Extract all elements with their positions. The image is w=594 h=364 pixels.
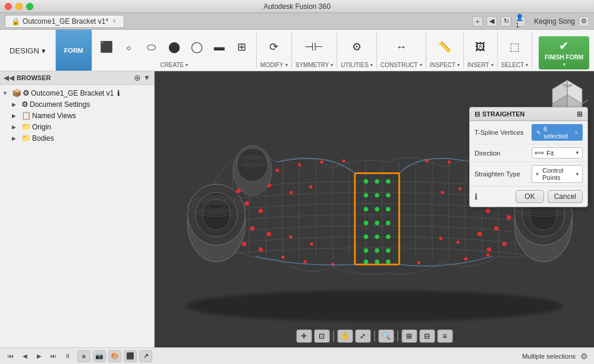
pause-button[interactable]: ⏸ [63, 352, 73, 361]
create-torus-button[interactable]: ◯ [186, 36, 208, 58]
vertices-selected-badge[interactable]: ↖ 6 selected × [532, 124, 583, 141]
model-icon[interactable]: ⬛ [124, 350, 137, 362]
vp-divider-1 [333, 331, 334, 341]
select-button[interactable]: ⬚ [504, 36, 526, 58]
add-tab-button[interactable]: + [472, 16, 483, 27]
svg-point-41 [417, 261, 420, 265]
grid-button[interactable]: ⊟ [419, 330, 435, 343]
tree-expand-root[interactable]: ▼ [2, 90, 11, 96]
play-button[interactable]: ▶ [34, 352, 44, 361]
export-icon[interactable]: ↗ [139, 350, 152, 362]
symmetry-dropdown-button[interactable]: SYMMETRY ▾ [296, 62, 334, 69]
create-dropdown-button[interactable]: CREATE ▾ [160, 62, 188, 69]
straighten-header: ⊟ STRAIGHTEN ⊞ [470, 107, 587, 121]
vertices-clear-button[interactable]: × [574, 129, 578, 136]
view-settings-button[interactable]: ≡ [437, 330, 452, 343]
sphere-icon: ⬤ [168, 42, 180, 52]
form-tab[interactable]: FORM [56, 30, 92, 71]
construct-button[interactable]: ↔ [391, 36, 412, 58]
browser-tree: ▼ 📦 ⚙ Outcome1_GE Bracket v1 ℹ ▶ ⚙ Docum… [0, 85, 154, 347]
account-button[interactable]: 👤 1 [515, 16, 526, 27]
info-button[interactable]: ℹ [474, 192, 477, 201]
tree-item-named-views[interactable]: ▶ 📋 Named Views [0, 110, 154, 121]
vp-divider-3 [397, 331, 398, 341]
display-mode-button[interactable]: ⊞ [401, 330, 417, 343]
browser-more-button[interactable]: ▼ [143, 74, 150, 82]
viewport-settings-icon[interactable]: ⚙ [580, 352, 588, 361]
tree-expand-doc[interactable]: ▶ [12, 102, 20, 107]
back-button[interactable]: ◀ [486, 16, 497, 27]
create-icons: ⬛ ⬦ ⬭ ⬤ ◯ ▬ ⊞ [96, 32, 253, 62]
cancel-button[interactable]: Cancel [548, 190, 583, 203]
ok-button[interactable]: OK [516, 190, 543, 203]
construct-dropdown-button[interactable]: CONSTRUCT ▾ [381, 62, 422, 69]
symmetry-button[interactable]: ⊣⊢ [303, 36, 325, 58]
step-forward-button[interactable]: ⏭ [49, 352, 58, 361]
footer-buttons: OK Cancel [516, 190, 583, 203]
orbit-button[interactable]: ✛ [296, 330, 312, 343]
close-button[interactable] [5, 3, 12, 10]
render-icon[interactable]: 🎨 [108, 350, 121, 362]
symmetry-icon: ⊣⊢ [304, 42, 323, 52]
straighten-panel: ⊟ STRAIGHTEN ⊞ T-Spline Vertices ↖ 6 sel… [469, 107, 588, 207]
insert-button[interactable]: 🖼 [470, 36, 491, 58]
svg-point-13 [259, 208, 263, 213]
svg-point-45 [441, 191, 444, 194]
create-cylinder-button[interactable]: ⬭ [141, 36, 162, 58]
zoom-button[interactable]: 🔍 [378, 330, 394, 343]
straighten-collapse-icon[interactable]: ⊟ [474, 110, 480, 118]
step-back-button[interactable]: ◀ [20, 352, 30, 361]
svg-point-39 [486, 254, 490, 257]
hand-button[interactable]: ✋ [337, 330, 353, 343]
pan-button[interactable]: ⊡ [314, 330, 329, 343]
utilities-dropdown-button[interactable]: UTILITIES ▾ [341, 62, 373, 69]
browser-expand-button[interactable]: ⊕ [134, 73, 141, 83]
minimize-button[interactable] [15, 3, 23, 10]
create-box-button[interactable]: ⬛ [96, 36, 117, 58]
browser-collapse-left[interactable]: ◀◀ [4, 74, 14, 82]
create-sphere-button[interactable]: ⬤ [164, 36, 185, 58]
tree-item-doc-settings[interactable]: ▶ ⚙ Document Settings [0, 99, 154, 110]
utilities-icon: ⚙ [352, 42, 362, 52]
insert-chevron-icon: ▾ [491, 62, 494, 68]
create-pipe-button[interactable]: ▬ [209, 36, 230, 58]
tree-expand-bodies[interactable]: ▶ [12, 135, 20, 141]
refresh-button[interactable]: ↻ [501, 16, 511, 27]
timeline-icon[interactable]: ≡ [77, 350, 90, 362]
zoom-fit-button[interactable]: ⤢ [355, 330, 370, 343]
tree-expand-views[interactable]: ▶ [12, 113, 20, 119]
box-icon: ⬛ [100, 42, 113, 52]
svg-point-51 [364, 179, 368, 183]
finish-form-button[interactable]: ✔ FINISH FORM ▾ [539, 36, 589, 69]
create-more-button[interactable]: ⊞ [231, 36, 253, 58]
straighten-type-dropdown[interactable]: ⚬ Control Points ▼ [532, 165, 583, 183]
straighten-expand-icon[interactable]: ⊞ [577, 110, 583, 118]
insert-dropdown-button[interactable]: INSERT ▾ [467, 62, 494, 69]
design-workspace-button[interactable]: DESIGN ▾ [0, 30, 56, 71]
svg-point-40 [331, 263, 335, 267]
inspect-dropdown-button[interactable]: INSPECT ▾ [430, 62, 460, 69]
svg-point-68 [386, 248, 390, 252]
tree-info-icon: ℹ [117, 89, 120, 97]
create-face-button[interactable]: ⬦ [118, 36, 140, 58]
tab-close-button[interactable]: × [111, 18, 118, 25]
document-tab[interactable]: 🔒 Outcome1_GE Bracket v1* × [5, 15, 124, 28]
camera-icon[interactable]: 📷 [93, 350, 106, 362]
maximize-button[interactable] [26, 3, 33, 10]
utilities-button[interactable]: ⚙ [346, 36, 367, 58]
settings-button[interactable]: ⚙ [579, 16, 589, 27]
inspect-button[interactable]: 📏 [434, 36, 455, 58]
tree-item-root[interactable]: ▼ 📦 ⚙ Outcome1_GE Bracket v1 ℹ [0, 87, 154, 99]
select-dropdown-button[interactable]: SELECT ▾ [501, 62, 529, 69]
vertices-label: T-Spline Vertices [474, 129, 528, 136]
modify-dropdown-button[interactable]: MODIFY ▾ [260, 62, 288, 69]
tree-item-origin[interactable]: ▶ 📁 Origin [0, 121, 154, 132]
tree-label-bodies: Bodies [32, 134, 54, 143]
traffic-lights[interactable] [5, 3, 33, 10]
tree-expand-origin[interactable]: ▶ [12, 124, 20, 130]
viewport[interactable]: TOP FRONT [155, 71, 594, 347]
modify-button[interactable]: ⟳ [263, 36, 285, 58]
tree-item-bodies[interactable]: ▶ 📁 Bodies [0, 132, 154, 144]
direction-dropdown[interactable]: ⟺ Fit ▼ [532, 147, 583, 159]
skip-back-button[interactable]: ⏮ [6, 352, 15, 361]
